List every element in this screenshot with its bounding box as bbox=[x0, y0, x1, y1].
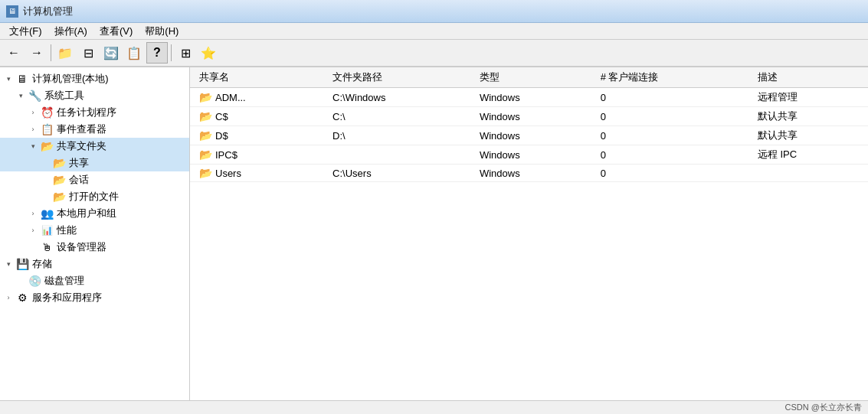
cell-description-3: 远程 IPC bbox=[748, 145, 868, 165]
tree-node-openfiles[interactable]: 📂 打开的文件 bbox=[0, 188, 189, 205]
table-row[interactable]: 📂ADM...C:\WindowsWindows0远程管理 bbox=[190, 88, 868, 107]
content-panel: 共享名 文件夹路径 类型 # 客户端连接 描述 📂ADM...C:\Window… bbox=[190, 67, 868, 400]
menu-bar: 文件(F) 操作(A) 查看(V) 帮助(H) bbox=[0, 23, 868, 40]
tree-node-device[interactable]: 🖱 设备管理器 bbox=[0, 239, 189, 256]
details-button[interactable]: ⊟ bbox=[77, 42, 99, 64]
table-row[interactable]: 📂UsersC:\UsersWindows0 bbox=[190, 165, 868, 182]
forward-button[interactable]: → bbox=[26, 42, 47, 64]
cell-type-3: Windows bbox=[470, 145, 591, 165]
properties-button[interactable]: 📋 bbox=[123, 42, 145, 64]
col-header-connections[interactable]: # 客户端连接 bbox=[591, 67, 748, 88]
node-label-event: 事件查看器 bbox=[57, 122, 106, 136]
col-header-type[interactable]: 类型 bbox=[470, 67, 591, 88]
menu-action[interactable]: 操作(A) bbox=[48, 23, 93, 40]
cell-sharename-2: 📂D$ bbox=[190, 126, 323, 145]
node-label-storage: 存储 bbox=[32, 257, 52, 271]
share-table: 共享名 文件夹路径 类型 # 客户端连接 描述 📂ADM...C:\Window… bbox=[190, 67, 868, 182]
cell-type-0: Windows bbox=[470, 88, 591, 107]
tree-node-localusers[interactable]: › 👥 本地用户和组 bbox=[0, 205, 189, 222]
tree-node-disk[interactable]: 💿 磁盘管理 bbox=[0, 272, 189, 289]
tree-panel: ▾ 🖥 计算机管理(本地) ▾ 🔧 系统工具 › ⏰ 任务计划程序 › 📋 事件… bbox=[0, 67, 190, 400]
expand-icon-disk bbox=[15, 275, 26, 286]
node-label-systemtools: 系统工具 bbox=[44, 89, 84, 103]
cell-type-2: Windows bbox=[470, 126, 591, 145]
expand-icon-systemtools: ▾ bbox=[15, 90, 26, 101]
node-label-share: 共享文件夹 bbox=[57, 139, 106, 153]
cell-folderpath-3 bbox=[323, 145, 470, 165]
cell-connections-4: 0 bbox=[591, 165, 748, 182]
toolbar-separator-1 bbox=[51, 44, 51, 61]
tree-node-perf[interactable]: › 📊 性能 bbox=[0, 222, 189, 239]
node-icon-event: 📋 bbox=[40, 122, 54, 136]
expand-icon-openfiles bbox=[40, 191, 51, 202]
tree-node-share[interactable]: ▾ 📂 共享文件夹 bbox=[0, 138, 189, 155]
cell-description-4 bbox=[748, 165, 868, 182]
node-label-sessions: 会话 bbox=[69, 173, 89, 187]
cell-connections-0: 0 bbox=[591, 88, 748, 107]
expand-icon-task: › bbox=[28, 107, 38, 118]
expand-icon-event: › bbox=[28, 124, 38, 135]
tree-node-task[interactable]: › ⏰ 任务计划程序 bbox=[0, 104, 189, 121]
node-label-perf: 性能 bbox=[57, 223, 77, 237]
expand-icon-shares bbox=[40, 158, 51, 168]
folder-button[interactable]: 📁 bbox=[54, 42, 76, 64]
view-button[interactable]: ⊞ bbox=[175, 42, 196, 64]
expand-icon-root: ▾ bbox=[3, 73, 14, 84]
node-label-shares: 共享 bbox=[69, 156, 89, 170]
node-label-disk: 磁盘管理 bbox=[44, 274, 84, 288]
table-row[interactable]: 📂D$D:\Windows0默认共享 bbox=[190, 126, 868, 145]
help-button[interactable]: ? bbox=[146, 42, 168, 64]
col-header-sharename[interactable]: 共享名 bbox=[190, 67, 323, 88]
menu-help[interactable]: 帮助(H) bbox=[139, 23, 185, 40]
node-label-localusers: 本地用户和组 bbox=[57, 207, 116, 220]
node-icon-sessions: 📂 bbox=[52, 173, 66, 187]
node-label-device: 设备管理器 bbox=[57, 240, 106, 254]
tree-node-storage[interactable]: ▾ 💾 存储 bbox=[0, 256, 189, 272]
node-label-task: 任务计划程序 bbox=[57, 106, 116, 119]
cell-description-2: 默认共享 bbox=[748, 126, 868, 145]
toolbar-separator-2 bbox=[171, 44, 172, 61]
expand-icon-sessions bbox=[40, 174, 51, 185]
cell-sharename-1: 📂C$ bbox=[190, 107, 323, 126]
table-row[interactable]: 📂C$C:\Windows0默认共享 bbox=[190, 107, 868, 126]
node-label-root: 计算机管理(本地) bbox=[32, 72, 109, 86]
tree-node-root[interactable]: ▾ 🖥 计算机管理(本地) bbox=[0, 70, 189, 87]
tree-node-services[interactable]: › ⚙ 服务和应用程序 bbox=[0, 289, 189, 306]
node-icon-systemtools: 🔧 bbox=[28, 89, 41, 103]
main-container: ▾ 🖥 计算机管理(本地) ▾ 🔧 系统工具 › ⏰ 任务计划程序 › 📋 事件… bbox=[0, 67, 868, 400]
node-icon-openfiles: 📂 bbox=[52, 190, 66, 204]
node-icon-root: 🖥 bbox=[15, 72, 29, 86]
filter-button[interactable]: ⭐ bbox=[198, 42, 219, 64]
table-header-row: 共享名 文件夹路径 类型 # 客户端连接 描述 bbox=[190, 67, 868, 88]
tree-node-sessions[interactable]: 📂 会话 bbox=[0, 171, 189, 188]
app-title: 计算机管理 bbox=[23, 5, 73, 18]
tree-node-event[interactable]: › 📋 事件查看器 bbox=[0, 121, 189, 138]
app-icon: 🖥 bbox=[6, 5, 18, 18]
expand-icon-storage: ▾ bbox=[3, 259, 14, 269]
node-label-openfiles: 打开的文件 bbox=[69, 190, 119, 204]
expand-icon-services: › bbox=[3, 292, 14, 303]
cell-type-4: Windows bbox=[470, 165, 591, 182]
expand-icon-share: ▾ bbox=[28, 141, 38, 152]
node-icon-disk: 💿 bbox=[28, 274, 41, 288]
cell-sharename-0: 📂ADM... bbox=[190, 88, 323, 107]
cell-folderpath-0: C:\Windows bbox=[323, 88, 470, 107]
expand-icon-perf: › bbox=[28, 225, 38, 236]
menu-file[interactable]: 文件(F) bbox=[3, 23, 48, 40]
node-icon-perf: 📊 bbox=[40, 223, 54, 237]
cell-connections-3: 0 bbox=[591, 145, 748, 165]
cell-sharename-3: 📂IPC$ bbox=[190, 145, 323, 165]
tree-node-shares[interactable]: 📂 共享 bbox=[0, 155, 189, 171]
back-button[interactable]: ← bbox=[3, 42, 25, 64]
col-header-description[interactable]: 描述 bbox=[748, 67, 868, 88]
menu-view[interactable]: 查看(V) bbox=[93, 23, 139, 40]
node-label-services: 服务和应用程序 bbox=[32, 291, 102, 305]
refresh-button[interactable]: 🔄 bbox=[100, 42, 122, 64]
col-header-folderpath[interactable]: 文件夹路径 bbox=[323, 67, 470, 88]
toolbar: ← → 📁 ⊟ 🔄 📋 ? ⊞ ⭐ bbox=[0, 40, 868, 67]
cell-description-1: 默认共享 bbox=[748, 107, 868, 126]
node-icon-storage: 💾 bbox=[15, 257, 29, 271]
cell-type-1: Windows bbox=[470, 107, 591, 126]
tree-node-systemtools[interactable]: ▾ 🔧 系统工具 bbox=[0, 87, 189, 104]
table-row[interactable]: 📂IPC$Windows0远程 IPC bbox=[190, 145, 868, 165]
